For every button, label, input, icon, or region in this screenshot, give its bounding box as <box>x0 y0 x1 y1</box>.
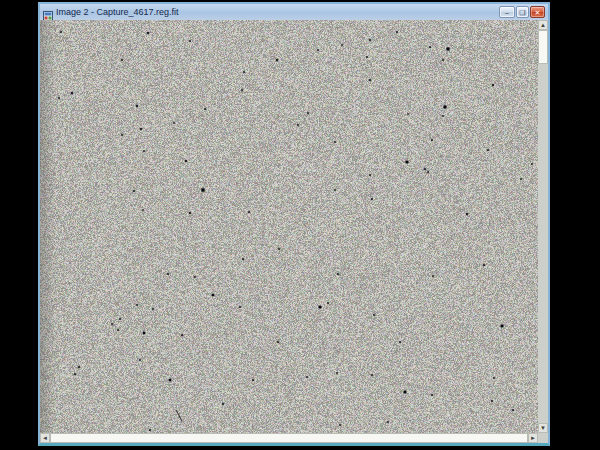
minimize-button[interactable]: – <box>499 6 515 18</box>
maximize-icon: ❏ <box>519 8 525 15</box>
minimize-icon: – <box>505 8 509 15</box>
window-titlebar[interactable]: Image 2 - Capture_4617.reg.fit – ❏ ✕ <box>40 4 548 20</box>
vertical-scrollbar-thumb[interactable] <box>538 30 548 64</box>
horizontal-scrollbar-thumb[interactable] <box>50 433 528 443</box>
window-client-area: ▲ ▼ ◄ ► <box>40 20 548 443</box>
image-window: Image 2 - Capture_4617.reg.fit – ❏ ✕ ▲ ▼… <box>38 2 550 446</box>
horizontal-scrollbar[interactable]: ◄ ► <box>40 433 538 443</box>
starfield-image[interactable] <box>40 20 538 433</box>
window-title: Image 2 - Capture_4617.reg.fit <box>56 4 499 20</box>
scroll-up-icon: ▲ <box>540 22 546 28</box>
maximize-button[interactable]: ❏ <box>516 6 529 18</box>
scroll-left-button[interactable]: ◄ <box>40 433 50 443</box>
scroll-right-button[interactable]: ► <box>528 433 538 443</box>
scroll-up-button[interactable]: ▲ <box>538 20 548 30</box>
window-icon <box>43 7 53 17</box>
scrollbar-corner <box>538 433 548 443</box>
scroll-right-icon: ► <box>530 435 536 441</box>
scroll-down-icon: ▼ <box>540 425 546 431</box>
close-icon: ✕ <box>535 8 541 15</box>
close-button[interactable]: ✕ <box>530 6 545 18</box>
window-controls: – ❏ ✕ <box>499 6 545 18</box>
scroll-down-button[interactable]: ▼ <box>538 423 548 433</box>
vertical-scrollbar[interactable]: ▲ ▼ <box>538 20 548 433</box>
scroll-left-icon: ◄ <box>42 435 48 441</box>
